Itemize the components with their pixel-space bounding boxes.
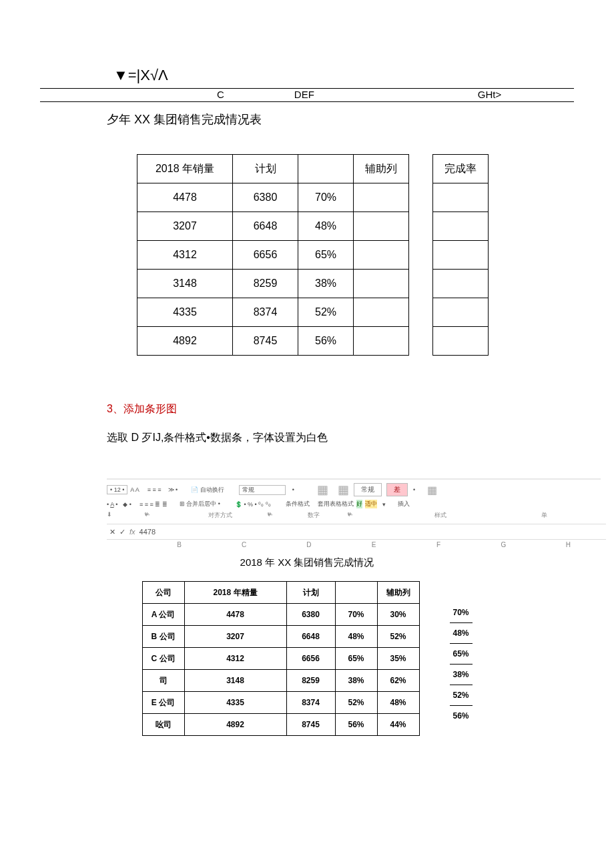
cancel-icon[interactable]: ✕ <box>109 528 115 536</box>
column-letters-row: B C D E F G H <box>107 540 601 550</box>
cond-format-icon[interactable]: ▦ <box>317 482 328 497</box>
table-format-label[interactable]: 套用表格格式 <box>318 500 354 508</box>
cell-style-bad[interactable]: 差 <box>386 483 408 496</box>
table2-right-col: 70% 48% 65% 38% 52% 56% <box>450 581 473 726</box>
table2-header-row: 公司 2018 年精量 计划 辅助列 <box>142 582 419 604</box>
number-format-dropdown[interactable]: 常规 <box>239 485 286 495</box>
col-label-c: C <box>217 89 224 100</box>
section-heading: 3、添加条形图 <box>40 402 574 416</box>
formula-bar[interactable]: ✕ ✓ fx 4478 <box>107 524 606 540</box>
table-row: 3148825938% <box>137 270 409 298</box>
excel-ribbon: • 12 • A A ≡ ≡ ≡ ≫ • 📄 自动换行 常规 • ▦ ▦ 常规 … <box>107 478 601 521</box>
table-row: C 公司4312665665%35% <box>142 648 419 670</box>
page-title-1: 夕年 XX 集团销售完成情况表 <box>40 111 574 127</box>
column-header-row: C DEF GHt> <box>40 88 574 102</box>
table-row: 4312665665% <box>137 241 409 270</box>
ribbon-group-labels: ⬇ ⅌ 对齐方式 ⅌ 数字 ⅌ 样式 单 <box>107 510 601 521</box>
col-label-def: DEF <box>294 89 314 100</box>
t1b-cell <box>433 298 489 327</box>
insert-icon[interactable]: ▦ <box>427 484 437 496</box>
wrap-text-button[interactable]: 📄 自动换行 <box>191 486 224 494</box>
t2-h-aux: 辅助列 <box>377 582 419 604</box>
fx-icon[interactable]: fx <box>129 528 135 536</box>
formula-bar-text: ▼=|X√Λ <box>40 67 574 84</box>
cell-style-normal[interactable]: 常规 <box>354 483 382 496</box>
insert-label[interactable]: 插入 <box>398 500 410 508</box>
enter-icon[interactable]: ✓ <box>119 528 125 536</box>
t2-h-sales: 2018 年精量 <box>184 582 286 604</box>
table1-main: 2018 年销量 计划 辅助列 4478638070% 3207664848% … <box>137 154 409 356</box>
fill-color-icon[interactable]: ◆ • <box>123 501 131 508</box>
rate-cell: 48% <box>450 623 473 644</box>
rate-cell: 52% <box>450 685 473 706</box>
ribbon-row-top: • 12 • A A ≡ ≡ ≡ ≫ • 📄 自动换行 常规 • ▦ ▦ 常规 … <box>107 482 601 498</box>
t2-h-company: 公司 <box>142 582 184 604</box>
table2-wrap: 公司 2018 年精量 计划 辅助列 A 公司4478638070%30% B … <box>40 581 574 736</box>
rate-cell: 70% <box>450 602 473 623</box>
table1-rate: 完成率 <box>432 154 489 356</box>
t1-h-sales: 2018 年销量 <box>137 155 233 183</box>
t1b-cell <box>433 270 489 298</box>
rate-cell: 56% <box>450 706 473 726</box>
t1-h-plan: 计划 <box>233 155 298 183</box>
t2-h-plan: 计划 <box>286 582 335 604</box>
table-row: 4335837452% <box>137 298 409 327</box>
font-size-box[interactable]: • 12 • <box>107 485 127 494</box>
page-title-2: 2018 年 XX 集团销售完成情况 <box>40 556 574 569</box>
ribbon-row-mid: • A • ◆ • ≡ ≡ ≡ ≣ ≣ ⊞ 合并后居中 • 💲 • % • ⁰₀… <box>107 498 601 510</box>
t1b-cell <box>433 241 489 270</box>
col-label-ght: GHt> <box>478 89 501 100</box>
rate-cell: 65% <box>450 644 473 665</box>
number-group[interactable]: 💲 • % • ⁰₀ ⁰₀ <box>235 501 271 508</box>
merge-center-button[interactable]: ⊞ 合并后居中 • <box>180 500 220 508</box>
t2-h-pct <box>335 582 377 604</box>
table-format-icon[interactable]: ▦ <box>338 482 349 497</box>
formula-value[interactable]: 4478 <box>139 528 156 536</box>
t1b-cell <box>433 327 489 356</box>
cell-style-neutral[interactable]: 适中 <box>365 500 377 508</box>
table-row: 4892874556% <box>137 327 409 356</box>
table1-header-row: 2018 年销量 计划 辅助列 <box>137 155 409 183</box>
table-row: B 公司3207664848%52% <box>142 626 419 648</box>
formula-text: ▼=|X√Λ <box>113 67 168 83</box>
t1-h-aux: 辅助列 <box>354 155 409 183</box>
t1b-cell <box>433 212 489 241</box>
table2-main: 公司 2018 年精量 计划 辅助列 A 公司4478638070%30% B … <box>142 581 420 736</box>
table-row: A 公司4478638070%30% <box>142 604 419 626</box>
font-aa-label[interactable]: A A <box>130 486 139 493</box>
table-row: 4478638070% <box>137 183 409 212</box>
section-body: 选取 D 歹IJ,条件格式•数据条，字体设置为白色 <box>40 431 574 445</box>
cond-format-label[interactable]: 条件格式 <box>286 500 310 508</box>
t1-h-pct <box>298 155 354 183</box>
font-color-icon[interactable]: • A • <box>107 501 117 508</box>
table1-wrap: 2018 年销量 计划 辅助列 4478638070% 3207664848% … <box>40 154 574 356</box>
t1b-h-rate: 完成率 <box>433 155 489 183</box>
table-row: E 公司4335837452%48% <box>142 692 419 714</box>
rate-cell: 38% <box>450 665 473 685</box>
t1b-cell <box>433 183 489 212</box>
table-row: 吆司4892874556%44% <box>142 714 419 736</box>
cell-style-good[interactable]: 好 <box>356 500 362 508</box>
table-row: 司3148825938%62% <box>142 670 419 692</box>
table-row: 3207664848% <box>137 212 409 241</box>
